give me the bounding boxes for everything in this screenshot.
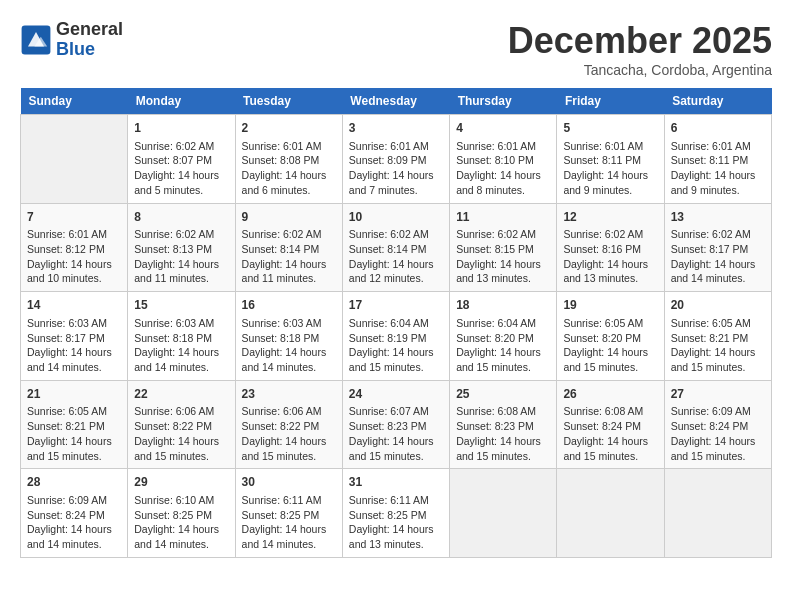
- calendar-cell: [557, 469, 664, 558]
- day-number: 11: [456, 209, 550, 226]
- day-number: 24: [349, 386, 443, 403]
- day-number: 23: [242, 386, 336, 403]
- weekday-header-saturday: Saturday: [664, 88, 771, 115]
- calendar-cell: 6Sunrise: 6:01 AM Sunset: 8:11 PM Daylig…: [664, 115, 771, 204]
- day-number: 12: [563, 209, 657, 226]
- calendar-cell: 1Sunrise: 6:02 AM Sunset: 8:07 PM Daylig…: [128, 115, 235, 204]
- week-row-1: 1Sunrise: 6:02 AM Sunset: 8:07 PM Daylig…: [21, 115, 772, 204]
- weekday-header-sunday: Sunday: [21, 88, 128, 115]
- day-number: 9: [242, 209, 336, 226]
- calendar-cell: 14Sunrise: 6:03 AM Sunset: 8:17 PM Dayli…: [21, 292, 128, 381]
- day-number: 28: [27, 474, 121, 491]
- week-row-4: 21Sunrise: 6:05 AM Sunset: 8:21 PM Dayli…: [21, 380, 772, 469]
- month-title: December 2025: [508, 20, 772, 62]
- day-number: 14: [27, 297, 121, 314]
- day-info: Sunrise: 6:01 AM Sunset: 8:12 PM Dayligh…: [27, 227, 121, 286]
- logo: General Blue: [20, 20, 123, 60]
- day-number: 15: [134, 297, 228, 314]
- weekday-header-tuesday: Tuesday: [235, 88, 342, 115]
- day-number: 3: [349, 120, 443, 137]
- day-info: Sunrise: 6:05 AM Sunset: 8:20 PM Dayligh…: [563, 316, 657, 375]
- day-number: 20: [671, 297, 765, 314]
- day-number: 5: [563, 120, 657, 137]
- calendar-cell: 24Sunrise: 6:07 AM Sunset: 8:23 PM Dayli…: [342, 380, 449, 469]
- day-number: 7: [27, 209, 121, 226]
- calendar-cell: 9Sunrise: 6:02 AM Sunset: 8:14 PM Daylig…: [235, 203, 342, 292]
- day-number: 4: [456, 120, 550, 137]
- day-info: Sunrise: 6:04 AM Sunset: 8:19 PM Dayligh…: [349, 316, 443, 375]
- calendar-cell: 16Sunrise: 6:03 AM Sunset: 8:18 PM Dayli…: [235, 292, 342, 381]
- calendar-cell: 27Sunrise: 6:09 AM Sunset: 8:24 PM Dayli…: [664, 380, 771, 469]
- calendar-cell: 30Sunrise: 6:11 AM Sunset: 8:25 PM Dayli…: [235, 469, 342, 558]
- day-info: Sunrise: 6:10 AM Sunset: 8:25 PM Dayligh…: [134, 493, 228, 552]
- calendar-cell: [21, 115, 128, 204]
- day-info: Sunrise: 6:04 AM Sunset: 8:20 PM Dayligh…: [456, 316, 550, 375]
- calendar-cell: 8Sunrise: 6:02 AM Sunset: 8:13 PM Daylig…: [128, 203, 235, 292]
- day-number: 21: [27, 386, 121, 403]
- calendar-cell: 19Sunrise: 6:05 AM Sunset: 8:20 PM Dayli…: [557, 292, 664, 381]
- week-row-2: 7Sunrise: 6:01 AM Sunset: 8:12 PM Daylig…: [21, 203, 772, 292]
- calendar-cell: 10Sunrise: 6:02 AM Sunset: 8:14 PM Dayli…: [342, 203, 449, 292]
- day-info: Sunrise: 6:03 AM Sunset: 8:17 PM Dayligh…: [27, 316, 121, 375]
- day-info: Sunrise: 6:09 AM Sunset: 8:24 PM Dayligh…: [671, 404, 765, 463]
- day-number: 27: [671, 386, 765, 403]
- day-number: 2: [242, 120, 336, 137]
- weekday-header-friday: Friday: [557, 88, 664, 115]
- day-info: Sunrise: 6:07 AM Sunset: 8:23 PM Dayligh…: [349, 404, 443, 463]
- weekday-header-monday: Monday: [128, 88, 235, 115]
- logo-text: General Blue: [56, 20, 123, 60]
- calendar-cell: 28Sunrise: 6:09 AM Sunset: 8:24 PM Dayli…: [21, 469, 128, 558]
- day-info: Sunrise: 6:02 AM Sunset: 8:17 PM Dayligh…: [671, 227, 765, 286]
- calendar-cell: 15Sunrise: 6:03 AM Sunset: 8:18 PM Dayli…: [128, 292, 235, 381]
- calendar-cell: 18Sunrise: 6:04 AM Sunset: 8:20 PM Dayli…: [450, 292, 557, 381]
- day-info: Sunrise: 6:11 AM Sunset: 8:25 PM Dayligh…: [349, 493, 443, 552]
- page-header: General Blue December 2025 Tancacha, Cor…: [20, 20, 772, 78]
- day-info: Sunrise: 6:02 AM Sunset: 8:15 PM Dayligh…: [456, 227, 550, 286]
- day-info: Sunrise: 6:01 AM Sunset: 8:11 PM Dayligh…: [671, 139, 765, 198]
- day-info: Sunrise: 6:02 AM Sunset: 8:14 PM Dayligh…: [349, 227, 443, 286]
- calendar-cell: 29Sunrise: 6:10 AM Sunset: 8:25 PM Dayli…: [128, 469, 235, 558]
- day-number: 18: [456, 297, 550, 314]
- calendar-cell: 7Sunrise: 6:01 AM Sunset: 8:12 PM Daylig…: [21, 203, 128, 292]
- weekday-header-wednesday: Wednesday: [342, 88, 449, 115]
- day-number: 17: [349, 297, 443, 314]
- logo-line1: General: [56, 19, 123, 39]
- day-number: 13: [671, 209, 765, 226]
- day-info: Sunrise: 6:01 AM Sunset: 8:10 PM Dayligh…: [456, 139, 550, 198]
- day-info: Sunrise: 6:09 AM Sunset: 8:24 PM Dayligh…: [27, 493, 121, 552]
- day-info: Sunrise: 6:02 AM Sunset: 8:14 PM Dayligh…: [242, 227, 336, 286]
- calendar-cell: 21Sunrise: 6:05 AM Sunset: 8:21 PM Dayli…: [21, 380, 128, 469]
- day-number: 31: [349, 474, 443, 491]
- week-row-5: 28Sunrise: 6:09 AM Sunset: 8:24 PM Dayli…: [21, 469, 772, 558]
- calendar-table: SundayMondayTuesdayWednesdayThursdayFrid…: [20, 88, 772, 558]
- day-number: 1: [134, 120, 228, 137]
- day-number: 8: [134, 209, 228, 226]
- calendar-cell: 20Sunrise: 6:05 AM Sunset: 8:21 PM Dayli…: [664, 292, 771, 381]
- weekday-header-row: SundayMondayTuesdayWednesdayThursdayFrid…: [21, 88, 772, 115]
- calendar-cell: 17Sunrise: 6:04 AM Sunset: 8:19 PM Dayli…: [342, 292, 449, 381]
- day-info: Sunrise: 6:05 AM Sunset: 8:21 PM Dayligh…: [671, 316, 765, 375]
- day-number: 16: [242, 297, 336, 314]
- calendar-cell: [664, 469, 771, 558]
- title-section: December 2025 Tancacha, Cordoba, Argenti…: [508, 20, 772, 78]
- day-info: Sunrise: 6:05 AM Sunset: 8:21 PM Dayligh…: [27, 404, 121, 463]
- day-info: Sunrise: 6:02 AM Sunset: 8:16 PM Dayligh…: [563, 227, 657, 286]
- calendar-cell: 31Sunrise: 6:11 AM Sunset: 8:25 PM Dayli…: [342, 469, 449, 558]
- calendar-cell: 5Sunrise: 6:01 AM Sunset: 8:11 PM Daylig…: [557, 115, 664, 204]
- weekday-header-thursday: Thursday: [450, 88, 557, 115]
- day-info: Sunrise: 6:01 AM Sunset: 8:11 PM Dayligh…: [563, 139, 657, 198]
- location-title: Tancacha, Cordoba, Argentina: [508, 62, 772, 78]
- day-info: Sunrise: 6:02 AM Sunset: 8:13 PM Dayligh…: [134, 227, 228, 286]
- day-number: 22: [134, 386, 228, 403]
- day-number: 29: [134, 474, 228, 491]
- day-info: Sunrise: 6:02 AM Sunset: 8:07 PM Dayligh…: [134, 139, 228, 198]
- calendar-cell: 4Sunrise: 6:01 AM Sunset: 8:10 PM Daylig…: [450, 115, 557, 204]
- week-row-3: 14Sunrise: 6:03 AM Sunset: 8:17 PM Dayli…: [21, 292, 772, 381]
- day-number: 30: [242, 474, 336, 491]
- logo-line2: Blue: [56, 39, 95, 59]
- day-number: 19: [563, 297, 657, 314]
- day-info: Sunrise: 6:01 AM Sunset: 8:08 PM Dayligh…: [242, 139, 336, 198]
- day-info: Sunrise: 6:06 AM Sunset: 8:22 PM Dayligh…: [134, 404, 228, 463]
- day-info: Sunrise: 6:06 AM Sunset: 8:22 PM Dayligh…: [242, 404, 336, 463]
- day-number: 10: [349, 209, 443, 226]
